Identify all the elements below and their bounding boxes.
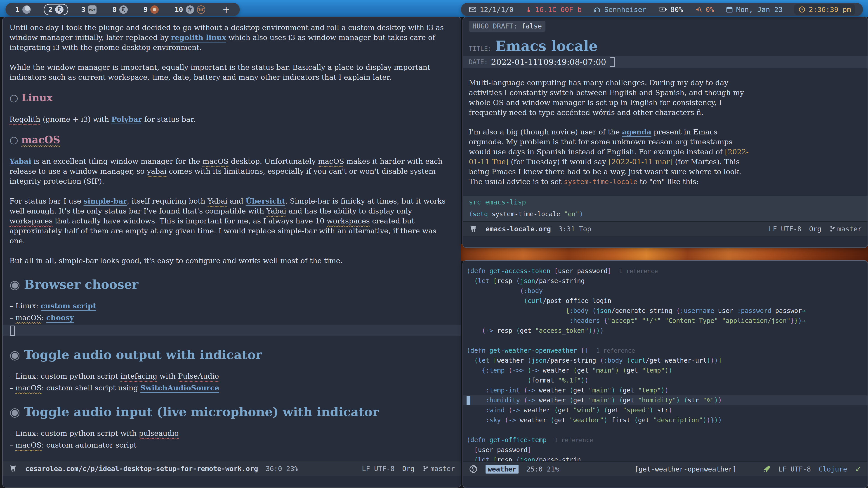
- src-block-header: src emacs-lisp: [469, 198, 862, 206]
- link[interactable]: SwitchAudioSource: [141, 384, 219, 392]
- thermometer-icon: [525, 6, 532, 13]
- code-line: (:body: [467, 286, 864, 296]
- link[interactable]: custom script: [41, 302, 96, 310]
- time-value: 2:36:39 pm: [809, 5, 851, 13]
- window-clojure-weather: (defn get-access-token [user password] 1…: [463, 260, 868, 488]
- workspace-10[interactable]: 10 # ☎: [172, 4, 208, 15]
- volume-level: 0%: [706, 5, 714, 13]
- code-line: (defn get-weather-openweather [] 1 refer…: [467, 346, 864, 356]
- workspace-8[interactable]: 8 ξ: [110, 4, 131, 15]
- code-buffer[interactable]: (defn get-access-token [user password] 1…: [463, 261, 868, 488]
- list-item: – macOS: choosy: [9, 313, 454, 323]
- link[interactable]: choosy: [46, 313, 74, 322]
- modeline-doc[interactable]: emacs-locale.org 3:31 Top LF UTF-8 Org m…: [463, 221, 868, 236]
- paragraph: While the window manager is important, e…: [9, 62, 454, 82]
- code-line: :temp-int (-> weather (get "main") (get …: [467, 385, 864, 395]
- workspace-number: 9: [144, 5, 148, 13]
- gnu-icon: [469, 224, 478, 233]
- modeline-code[interactable]: weather 25:0 21% [get-weather-openweathe…: [463, 461, 868, 476]
- workspace-number: 2: [49, 5, 53, 13]
- code-line: [467, 425, 864, 435]
- emacs-icon: ξ: [119, 5, 128, 14]
- clojure-icon: [469, 464, 478, 474]
- paragraph: Multi-language computing has many challe…: [469, 78, 754, 118]
- link[interactable]: Polybar: [112, 115, 142, 124]
- workspace-3[interactable]: 3 PDF: [78, 4, 99, 15]
- link[interactable]: Yabai: [9, 157, 31, 166]
- battery-widget[interactable]: 80%: [658, 5, 683, 13]
- modeline-major-mode: Clojure: [818, 465, 847, 473]
- modeline-filename: cesarolea.com/c/p/ideal-desktop-setup-fo…: [25, 465, 258, 473]
- code-line: {:temp (->> (-> weather (get "main") (ge…: [467, 365, 864, 376]
- mail-count: 12/1/1/0: [480, 5, 513, 13]
- workspace-number: 8: [112, 5, 117, 13]
- date-widget[interactable]: Mon, Jan 23: [726, 5, 782, 13]
- code-line: (defn get-access-token [user password] 1…: [467, 266, 864, 276]
- org-buffer[interactable]: HUGO_DRAFT: false TITLE: Emacs locale DA…: [463, 17, 868, 248]
- link[interactable]: simple-bar: [84, 197, 127, 205]
- date-value: Mon, Jan 23: [736, 5, 782, 13]
- list-item: – Linux: custom python script intefacing…: [9, 371, 454, 381]
- modeline-eol-encoding: LF UTF-8: [778, 465, 811, 473]
- hugo-draft-property: HUGO_DRAFT: false: [469, 21, 546, 32]
- modeline-major-mode: Org: [402, 465, 414, 473]
- title-label: TITLE:: [469, 45, 492, 53]
- audio-device-name: Sennheiser: [604, 5, 647, 13]
- date-label: DATE:: [469, 58, 488, 66]
- list-item: – Linux: custom script: [9, 301, 454, 311]
- emacs-icon: ξ: [55, 5, 64, 14]
- workspace-9[interactable]: 9: [141, 4, 162, 15]
- code-line: (let [weather (json/parse-string (:body …: [467, 356, 864, 365]
- current-line-highlight: [3, 325, 461, 336]
- code-line: {:body (json/generate-string {:username …: [467, 306, 864, 316]
- modeline-position: 36:0 23%: [266, 465, 299, 473]
- list-item: – Linux: custom python script with pulse…: [9, 428, 454, 438]
- link[interactable]: agenda: [622, 128, 651, 136]
- code-line: :headers {"accept" "*/*" "Content-Type" …: [467, 316, 864, 326]
- clock-widget[interactable]: 2:36:39 pm: [794, 4, 855, 15]
- workspace-1[interactable]: 1: [12, 4, 34, 15]
- pdf-icon: PDF: [88, 5, 96, 14]
- modeline-left[interactable]: cesarolea.com/c/p/ideal-desktop-setup-fo…: [3, 461, 461, 476]
- paragraph: For status bar I use simple-bar, itself …: [9, 196, 454, 246]
- code-line: :wind (-> weather (get "wind") (get "spe…: [467, 405, 864, 415]
- heading-toggle-audio-input: ◉ Toggle audio input (live microphone) w…: [9, 405, 454, 419]
- org-buffer[interactable]: Until one day I took the plunge and deci…: [3, 17, 461, 487]
- modeline-branch: master: [837, 225, 862, 233]
- git-branch-icon: [829, 225, 836, 232]
- modeline-defun-context: [get-weather-openweather]: [634, 465, 737, 473]
- volume-widget[interactable]: 0%: [695, 5, 714, 13]
- paragraph: Yabai is an excellent tiling window mana…: [9, 156, 454, 186]
- check-icon: ✓: [855, 464, 862, 474]
- paragraph: But all in all, simple-bar looks good, i…: [9, 256, 454, 266]
- link[interactable]: Übersicht: [246, 197, 285, 205]
- new-workspace-button[interactable]: +: [219, 3, 233, 16]
- workspace-2-active[interactable]: 2 ξ: [43, 4, 68, 15]
- battery-level: 80%: [671, 5, 683, 13]
- workspace-bar: 1 2 ξ 3 PDF 8 ξ 9 10 # ☎ +: [5, 3, 240, 16]
- code-line: (defn get-office-temp 1 reference: [467, 435, 864, 445]
- gnu-icon: [8, 464, 18, 473]
- modeline-git: master: [829, 225, 862, 233]
- whatsapp-icon: ☎: [197, 5, 205, 14]
- page-title: Emacs locale: [495, 38, 598, 54]
- calendar-icon: [726, 6, 733, 13]
- audio-output-widget[interactable]: Sennheiser: [593, 5, 647, 13]
- modeline-git: master: [422, 465, 455, 473]
- hugo-draft-value: false: [522, 22, 542, 30]
- link[interactable]: regolith linux: [171, 33, 226, 42]
- code-line: (format "%.1f")): [467, 376, 864, 385]
- modeline-branch: master: [430, 465, 455, 473]
- desktop: 1 2 ξ 3 PDF 8 ξ 9 10 # ☎ + 12/1/1/0: [0, 0, 868, 488]
- modeline-buffer-name: weather: [486, 465, 519, 474]
- workspace-number: 10: [175, 5, 183, 13]
- slack-icon: #: [186, 5, 194, 14]
- paragraph: Until one day I took the plunge and deci…: [9, 23, 454, 53]
- temperature-widget[interactable]: 16.1C 60F b: [525, 5, 582, 13]
- code-line: (-> resp (get "access_token")))): [467, 326, 864, 336]
- workspace-number: 3: [81, 5, 86, 13]
- modeline-eol-encoding: LF UTF-8: [362, 465, 395, 473]
- firefox-icon: [22, 5, 31, 14]
- heading-macos: ○ macOS: [9, 134, 454, 145]
- mail-widget[interactable]: 12/1/1/0: [469, 5, 513, 13]
